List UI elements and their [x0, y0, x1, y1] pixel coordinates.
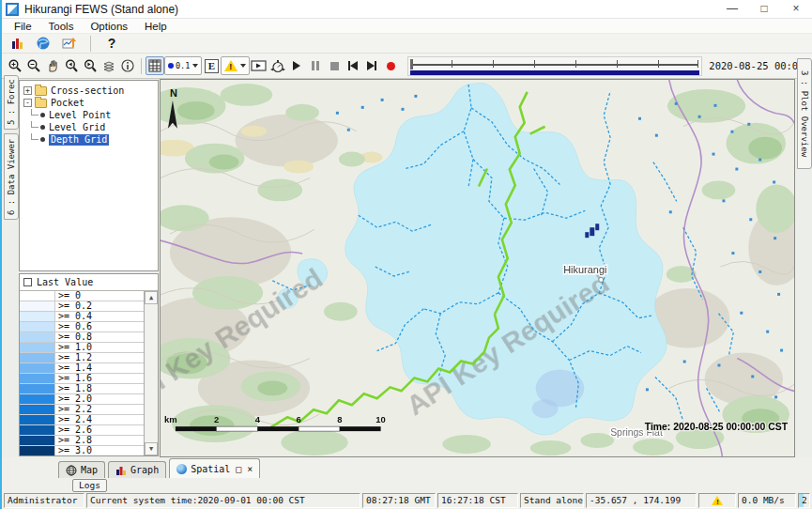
- tree-item-level-grid[interactable]: Level Grid: [20, 121, 158, 133]
- tree-item-level-point[interactable]: Level Point: [20, 109, 158, 121]
- toolbar-separator: [141, 58, 142, 74]
- timeline-range-bar: [410, 70, 699, 75]
- legend-label: >= 2.6: [55, 425, 92, 435]
- interval-dropdown[interactable]: 0.1: [164, 56, 202, 75]
- legend-swatch: [20, 332, 55, 342]
- legend-swatch: [20, 405, 55, 414]
- menu-options[interactable]: Options: [82, 19, 136, 34]
- layers-button[interactable]: [100, 56, 118, 75]
- legend-panel: Last Value >= 0 >= 0.2 >= 0.4 >= 0.6 >= …: [19, 273, 159, 456]
- folder-icon: [35, 99, 47, 108]
- restore-tab-icon[interactable]: □: [236, 464, 241, 474]
- chevron-down-icon: [192, 64, 198, 68]
- last-value-checkbox[interactable]: [23, 278, 32, 286]
- info-button[interactable]: [118, 56, 137, 75]
- status-bar: Administrator Current system time:2020-0…: [2, 492, 812, 509]
- tree-item-depth-grid[interactable]: Depth Grid: [20, 133, 158, 146]
- step-forward-button[interactable]: [362, 56, 381, 75]
- legend-label: >= 1.2: [55, 353, 92, 362]
- tree-connector: [31, 109, 38, 116]
- zoom-out-button[interactable]: [24, 56, 43, 75]
- legend-swatch: [20, 384, 55, 393]
- record-button[interactable]: [381, 56, 400, 75]
- logs-button[interactable]: Logs: [72, 479, 107, 492]
- stop-button[interactable]: [325, 56, 344, 75]
- menu-help[interactable]: Help: [136, 19, 176, 34]
- expand-icon[interactable]: +: [23, 86, 32, 95]
- minimize-button[interactable]: —: [716, 0, 748, 19]
- pause-button[interactable]: [306, 56, 325, 75]
- collapse-icon[interactable]: -: [23, 99, 32, 107]
- main-toolbar: ?: [2, 34, 812, 54]
- legend-swatch: [20, 312, 55, 321]
- globe-icon: [176, 464, 187, 474]
- legend-scrollbar[interactable]: ▲ ▼: [144, 291, 158, 455]
- timer-button[interactable]: [268, 56, 287, 75]
- sidetab-forecast[interactable]: 5 : Forec: [4, 75, 19, 130]
- step-back-button[interactable]: [344, 56, 362, 75]
- map-viewport[interactable]: API Key Required API Key Required: [160, 79, 795, 457]
- maximize-button[interactable]: □: [748, 0, 780, 19]
- bar-chart-icon: [115, 465, 127, 476]
- zoom-in-button[interactable]: [6, 56, 24, 75]
- legend-label: >= 0.4: [55, 312, 92, 321]
- left-panel: + Cross-section - Pocket Level Point: [19, 79, 160, 457]
- close-tab-icon[interactable]: ×: [247, 464, 253, 474]
- tab-spatial[interactable]: Spatial □ ×: [169, 458, 260, 478]
- timeline-slider[interactable]: [407, 56, 702, 76]
- bullet-icon: [40, 137, 45, 142]
- timeline-thumb[interactable]: [410, 59, 413, 69]
- help-button[interactable]: ?: [102, 34, 121, 53]
- legend-label: >= 2.0: [55, 394, 92, 404]
- legend-label: >= 1.0: [55, 343, 92, 352]
- legend-label: >= 3.0: [55, 446, 92, 455]
- tab-graph[interactable]: Graph: [108, 461, 166, 478]
- interval-value: 0.1: [176, 61, 190, 70]
- legend-swatch: [20, 374, 55, 383]
- warning-dropdown[interactable]: [221, 56, 250, 75]
- tab-map[interactable]: Map: [58, 461, 105, 478]
- tree-item-cross-section[interactable]: + Cross-section: [20, 85, 158, 97]
- bullet-icon: [40, 125, 45, 130]
- scale-tick: 8: [337, 414, 342, 424]
- close-button[interactable]: ×: [780, 0, 812, 19]
- play-button[interactable]: [287, 56, 306, 75]
- tree-item-pocket[interactable]: - Pocket: [20, 97, 158, 109]
- town-label: Hikurangi: [563, 264, 606, 275]
- legend-swatch: [20, 415, 55, 424]
- menu-file[interactable]: File: [6, 19, 40, 34]
- window-title: Hikurangi FEWS (Stand alone): [24, 3, 178, 16]
- animation-player-button[interactable]: [250, 56, 268, 75]
- legend-swatch: [20, 363, 55, 373]
- pan-button[interactable]: [43, 56, 62, 75]
- legend-swatch: [20, 343, 55, 352]
- system-time-cell: Current system time:2020-09-01 00:00 CST: [86, 493, 360, 508]
- menu-tools[interactable]: Tools: [40, 19, 83, 34]
- elevation-button[interactable]: E: [202, 56, 221, 75]
- main-area: + Cross-section - Pocket Level Point: [2, 79, 812, 457]
- user-cell: Administrator: [4, 493, 84, 508]
- zoom-next-button[interactable]: [81, 56, 100, 75]
- tree-connector: [31, 133, 38, 140]
- status-warning-cell[interactable]: [698, 493, 736, 508]
- menu-bar: File Tools Options Help: [2, 19, 812, 34]
- sidetab-data-viewer[interactable]: 6 : Data Viewer: [4, 133, 19, 220]
- database-chart-button[interactable]: [8, 34, 26, 53]
- app-window: Hikurangi FEWS (Stand alone) — □ × File …: [0, 0, 812, 509]
- scroll-down-icon[interactable]: ▼: [145, 442, 158, 455]
- tree-connector: [31, 121, 38, 128]
- globe-button[interactable]: [34, 34, 53, 53]
- bottom-tab-bar: Map Graph Spatial □ ×: [2, 457, 812, 478]
- grid-toggle-button[interactable]: [146, 56, 164, 75]
- map-canvas[interactable]: API Key Required API Key Required: [161, 80, 794, 456]
- mode-cell: Stand alone: [520, 493, 584, 508]
- chart-export-button[interactable]: [60, 34, 79, 53]
- bullet-icon: [40, 113, 45, 117]
- legend-swatch: [20, 353, 55, 362]
- legend-label: >= 2.8: [55, 436, 92, 445]
- legend-swatch: [20, 436, 55, 445]
- scroll-up-icon[interactable]: ▲: [145, 291, 158, 304]
- sidetab-plot-overview[interactable]: 3 : Plot Overview: [797, 58, 812, 169]
- zoom-previous-button[interactable]: [62, 56, 81, 75]
- scale-tick: 2: [214, 414, 219, 424]
